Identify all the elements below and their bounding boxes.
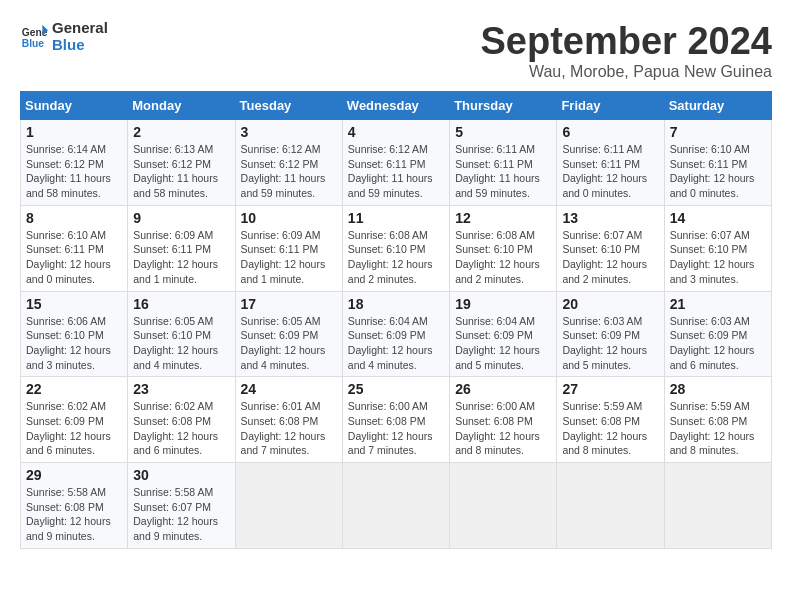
day-info: Sunrise: 6:05 AM Sunset: 6:10 PM Dayligh… [133, 314, 229, 373]
day-info: Sunrise: 6:12 AM Sunset: 6:11 PM Dayligh… [348, 142, 444, 201]
day-info: Sunrise: 6:09 AM Sunset: 6:11 PM Dayligh… [241, 228, 337, 287]
day-number: 13 [562, 210, 658, 226]
page-header: General Blue General Blue September 2024… [20, 20, 772, 81]
day-info: Sunrise: 6:13 AM Sunset: 6:12 PM Dayligh… [133, 142, 229, 201]
calendar-cell: 13Sunrise: 6:07 AM Sunset: 6:10 PM Dayli… [557, 205, 664, 291]
day-number: 4 [348, 124, 444, 140]
day-number: 18 [348, 296, 444, 312]
day-number: 11 [348, 210, 444, 226]
day-number: 17 [241, 296, 337, 312]
weekday-header-thursday: Thursday [450, 92, 557, 120]
day-number: 5 [455, 124, 551, 140]
day-number: 2 [133, 124, 229, 140]
calendar-cell: 25Sunrise: 6:00 AM Sunset: 6:08 PM Dayli… [342, 377, 449, 463]
calendar-cell: 6Sunrise: 6:11 AM Sunset: 6:11 PM Daylig… [557, 120, 664, 206]
calendar-cell: 10Sunrise: 6:09 AM Sunset: 6:11 PM Dayli… [235, 205, 342, 291]
day-number: 30 [133, 467, 229, 483]
calendar-cell: 26Sunrise: 6:00 AM Sunset: 6:08 PM Dayli… [450, 377, 557, 463]
day-number: 22 [26, 381, 122, 397]
day-number: 9 [133, 210, 229, 226]
calendar-cell [664, 463, 771, 549]
calendar-cell: 20Sunrise: 6:03 AM Sunset: 6:09 PM Dayli… [557, 291, 664, 377]
day-number: 12 [455, 210, 551, 226]
day-info: Sunrise: 6:01 AM Sunset: 6:08 PM Dayligh… [241, 399, 337, 458]
day-info: Sunrise: 6:00 AM Sunset: 6:08 PM Dayligh… [348, 399, 444, 458]
day-info: Sunrise: 6:06 AM Sunset: 6:10 PM Dayligh… [26, 314, 122, 373]
weekday-header-wednesday: Wednesday [342, 92, 449, 120]
day-info: Sunrise: 5:59 AM Sunset: 6:08 PM Dayligh… [562, 399, 658, 458]
day-number: 10 [241, 210, 337, 226]
calendar-cell: 27Sunrise: 5:59 AM Sunset: 6:08 PM Dayli… [557, 377, 664, 463]
day-info: Sunrise: 6:03 AM Sunset: 6:09 PM Dayligh… [670, 314, 766, 373]
day-number: 3 [241, 124, 337, 140]
calendar-cell: 12Sunrise: 6:08 AM Sunset: 6:10 PM Dayli… [450, 205, 557, 291]
logo: General Blue General Blue [20, 20, 108, 53]
day-number: 23 [133, 381, 229, 397]
day-info: Sunrise: 6:04 AM Sunset: 6:09 PM Dayligh… [348, 314, 444, 373]
calendar-cell: 4Sunrise: 6:12 AM Sunset: 6:11 PM Daylig… [342, 120, 449, 206]
day-info: Sunrise: 6:14 AM Sunset: 6:12 PM Dayligh… [26, 142, 122, 201]
calendar-cell [450, 463, 557, 549]
calendar-cell: 19Sunrise: 6:04 AM Sunset: 6:09 PM Dayli… [450, 291, 557, 377]
calendar-cell: 15Sunrise: 6:06 AM Sunset: 6:10 PM Dayli… [21, 291, 128, 377]
svg-text:Blue: Blue [22, 38, 45, 49]
day-number: 28 [670, 381, 766, 397]
calendar-cell: 2Sunrise: 6:13 AM Sunset: 6:12 PM Daylig… [128, 120, 235, 206]
day-number: 21 [670, 296, 766, 312]
calendar-cell [557, 463, 664, 549]
day-number: 20 [562, 296, 658, 312]
weekday-header-sunday: Sunday [21, 92, 128, 120]
weekday-header-friday: Friday [557, 92, 664, 120]
calendar-cell: 5Sunrise: 6:11 AM Sunset: 6:11 PM Daylig… [450, 120, 557, 206]
calendar-cell: 7Sunrise: 6:10 AM Sunset: 6:11 PM Daylig… [664, 120, 771, 206]
day-info: Sunrise: 6:03 AM Sunset: 6:09 PM Dayligh… [562, 314, 658, 373]
calendar-cell: 28Sunrise: 5:59 AM Sunset: 6:08 PM Dayli… [664, 377, 771, 463]
day-number: 14 [670, 210, 766, 226]
day-info: Sunrise: 6:05 AM Sunset: 6:09 PM Dayligh… [241, 314, 337, 373]
day-info: Sunrise: 6:12 AM Sunset: 6:12 PM Dayligh… [241, 142, 337, 201]
day-info: Sunrise: 6:08 AM Sunset: 6:10 PM Dayligh… [348, 228, 444, 287]
day-number: 25 [348, 381, 444, 397]
day-info: Sunrise: 5:58 AM Sunset: 6:08 PM Dayligh… [26, 485, 122, 544]
day-info: Sunrise: 6:10 AM Sunset: 6:11 PM Dayligh… [26, 228, 122, 287]
day-number: 19 [455, 296, 551, 312]
day-number: 24 [241, 381, 337, 397]
day-info: Sunrise: 6:02 AM Sunset: 6:09 PM Dayligh… [26, 399, 122, 458]
day-number: 16 [133, 296, 229, 312]
day-number: 6 [562, 124, 658, 140]
day-info: Sunrise: 6:07 AM Sunset: 6:10 PM Dayligh… [670, 228, 766, 287]
calendar-cell: 3Sunrise: 6:12 AM Sunset: 6:12 PM Daylig… [235, 120, 342, 206]
calendar-cell [235, 463, 342, 549]
day-info: Sunrise: 6:10 AM Sunset: 6:11 PM Dayligh… [670, 142, 766, 201]
calendar-cell: 29Sunrise: 5:58 AM Sunset: 6:08 PM Dayli… [21, 463, 128, 549]
calendar-cell: 24Sunrise: 6:01 AM Sunset: 6:08 PM Dayli… [235, 377, 342, 463]
weekday-header-tuesday: Tuesday [235, 92, 342, 120]
day-info: Sunrise: 6:11 AM Sunset: 6:11 PM Dayligh… [455, 142, 551, 201]
day-number: 26 [455, 381, 551, 397]
day-info: Sunrise: 6:00 AM Sunset: 6:08 PM Dayligh… [455, 399, 551, 458]
day-number: 7 [670, 124, 766, 140]
calendar-cell: 18Sunrise: 6:04 AM Sunset: 6:09 PM Dayli… [342, 291, 449, 377]
calendar-cell: 14Sunrise: 6:07 AM Sunset: 6:10 PM Dayli… [664, 205, 771, 291]
calendar-cell: 11Sunrise: 6:08 AM Sunset: 6:10 PM Dayli… [342, 205, 449, 291]
calendar-cell: 8Sunrise: 6:10 AM Sunset: 6:11 PM Daylig… [21, 205, 128, 291]
day-info: Sunrise: 5:59 AM Sunset: 6:08 PM Dayligh… [670, 399, 766, 458]
day-number: 27 [562, 381, 658, 397]
month-title: September 2024 [481, 20, 773, 63]
day-info: Sunrise: 6:07 AM Sunset: 6:10 PM Dayligh… [562, 228, 658, 287]
day-number: 15 [26, 296, 122, 312]
location-subtitle: Wau, Morobe, Papua New Guinea [481, 63, 773, 81]
title-block: September 2024 Wau, Morobe, Papua New Gu… [481, 20, 773, 81]
day-info: Sunrise: 6:09 AM Sunset: 6:11 PM Dayligh… [133, 228, 229, 287]
calendar-cell: 17Sunrise: 6:05 AM Sunset: 6:09 PM Dayli… [235, 291, 342, 377]
calendar-cell: 22Sunrise: 6:02 AM Sunset: 6:09 PM Dayli… [21, 377, 128, 463]
day-number: 1 [26, 124, 122, 140]
weekday-header-saturday: Saturday [664, 92, 771, 120]
calendar-cell: 23Sunrise: 6:02 AM Sunset: 6:08 PM Dayli… [128, 377, 235, 463]
day-number: 8 [26, 210, 122, 226]
day-info: Sunrise: 6:04 AM Sunset: 6:09 PM Dayligh… [455, 314, 551, 373]
calendar-table: SundayMondayTuesdayWednesdayThursdayFrid… [20, 91, 772, 549]
calendar-cell: 30Sunrise: 5:58 AM Sunset: 6:07 PM Dayli… [128, 463, 235, 549]
logo-icon: General Blue [20, 23, 48, 51]
calendar-cell: 1Sunrise: 6:14 AM Sunset: 6:12 PM Daylig… [21, 120, 128, 206]
